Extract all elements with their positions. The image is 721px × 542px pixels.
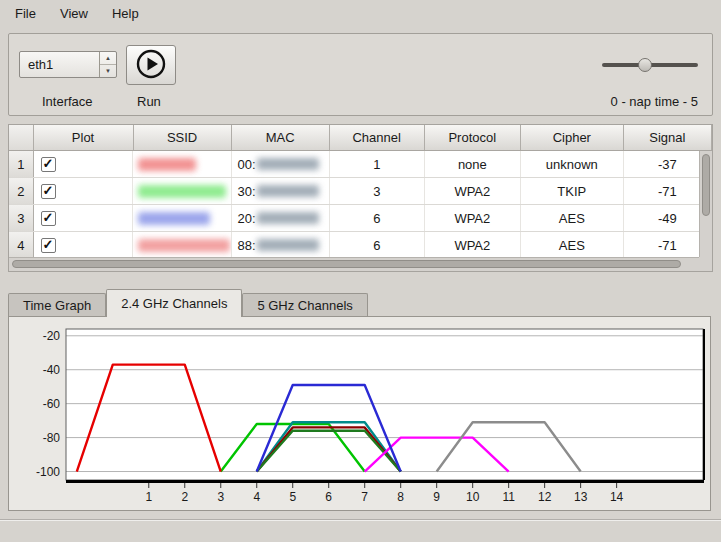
nap-time-slider[interactable]	[602, 56, 698, 74]
svg-text:10: 10	[466, 490, 480, 504]
table-header-row: Plot SSID MAC Channel Protocol Cipher Si…	[9, 125, 712, 151]
svg-text:-40: -40	[43, 363, 61, 377]
svg-text:14: 14	[610, 490, 624, 504]
header-protocol[interactable]: Protocol	[425, 125, 521, 150]
ssid-cell	[133, 178, 231, 204]
table-row: 2 30: 3 WPA2 TKIP -71	[9, 178, 712, 205]
mac-redacted	[257, 239, 319, 251]
menu-view[interactable]: View	[49, 2, 99, 25]
row-number: 3	[9, 205, 34, 231]
mac-redacted	[257, 158, 319, 170]
mac-cell: 88:	[232, 232, 330, 258]
ssid-redacted	[138, 158, 196, 171]
svg-text:5: 5	[289, 490, 296, 504]
svg-text:-60: -60	[43, 397, 61, 411]
table-row: 1 00: 1 none unknown -37	[9, 151, 712, 178]
mac-prefix: 00:	[238, 157, 256, 172]
row-number: 4	[9, 232, 34, 258]
svg-text:-80: -80	[43, 431, 61, 445]
cipher-cell: TKIP	[521, 178, 624, 204]
svg-text:13: 13	[574, 490, 588, 504]
mac-prefix: 30:	[238, 184, 256, 199]
scrollbar-corner	[699, 257, 712, 271]
tab-5ghz-channels[interactable]: 5 GHz Channels	[242, 293, 367, 316]
vscroll-handle[interactable]	[702, 154, 710, 216]
plot-cell	[34, 178, 134, 204]
channel-cell: 6	[330, 205, 425, 231]
menubar: File View Help	[0, 0, 721, 26]
protocol-cell: none	[425, 151, 521, 177]
cipher-cell: AES	[521, 205, 624, 231]
spin-up-icon[interactable]: ▲	[100, 52, 116, 65]
play-icon	[135, 48, 167, 83]
table-vertical-scrollbar[interactable]	[699, 151, 712, 259]
svg-text:11: 11	[502, 490, 515, 504]
spin-down-icon[interactable]: ▼	[100, 65, 116, 77]
status-separator	[0, 519, 721, 521]
svg-text:7: 7	[361, 490, 368, 504]
interface-spinner[interactable]: ▲ ▼	[99, 52, 116, 77]
svg-text:8: 8	[397, 490, 404, 504]
cipher-cell: unknown	[521, 151, 624, 177]
channel-cell: 3	[330, 178, 425, 204]
slider-handle[interactable]	[638, 58, 652, 72]
ssid-cell	[133, 205, 231, 231]
channel-cell: 6	[330, 232, 425, 258]
protocol-cell: WPA2	[425, 232, 521, 258]
ssid-cell	[133, 151, 231, 177]
menu-help[interactable]: Help	[101, 2, 150, 25]
run-button[interactable]	[126, 45, 176, 85]
channel-cell: 1	[330, 151, 425, 177]
header-ssid[interactable]: SSID	[134, 125, 232, 150]
toolbar-panel: eth1 ▲ ▼ Interface Run 0 - nap time - 5	[8, 33, 713, 116]
table-horizontal-scrollbar[interactable]	[9, 257, 699, 271]
channels-pane: -20-40-60-80-1001234567891011121314	[8, 316, 711, 511]
mac-cell: 20:	[232, 205, 330, 231]
protocol-cell: WPA2	[425, 205, 521, 231]
header-signal[interactable]: Signal	[624, 125, 712, 150]
plot-cell	[34, 232, 134, 258]
header-mac[interactable]: MAC	[232, 125, 330, 150]
interface-label: Interface	[42, 94, 93, 109]
graph-tabbar: Time Graph 2.4 GHz Channels 5 GHz Channe…	[8, 289, 368, 317]
hscroll-handle[interactable]	[12, 260, 681, 268]
plot-cell	[34, 205, 134, 231]
nap-time-label: 0 - nap time - 5	[611, 94, 698, 109]
tab-time-graph[interactable]: Time Graph	[8, 293, 106, 316]
run-label: Run	[137, 94, 161, 109]
cipher-cell: AES	[521, 232, 624, 258]
plot-cell	[34, 151, 134, 177]
svg-text:2: 2	[181, 490, 188, 504]
svg-text:9: 9	[433, 490, 440, 504]
row-number: 1	[9, 151, 34, 177]
header-cipher[interactable]: Cipher	[521, 125, 624, 150]
mac-redacted	[257, 185, 319, 197]
svg-text:-100: -100	[36, 465, 60, 479]
mac-prefix: 88:	[238, 238, 256, 253]
networks-table: Plot SSID MAC Channel Protocol Cipher Si…	[8, 124, 713, 272]
tab-24ghz-channels[interactable]: 2.4 GHz Channels	[106, 289, 242, 317]
channel-graph: -20-40-60-80-1001234567891011121314	[9, 317, 710, 510]
ssid-redacted	[138, 239, 230, 252]
interface-select-value: eth1	[20, 57, 99, 72]
plot-checkbox[interactable]	[41, 238, 56, 253]
svg-text:-20: -20	[43, 329, 61, 343]
plot-checkbox[interactable]	[41, 211, 56, 226]
mac-cell: 00:	[232, 151, 330, 177]
svg-text:4: 4	[253, 490, 260, 504]
table-row: 4 88: 6 WPA2 AES -71	[9, 232, 712, 259]
table-row: 3 20: 6 WPA2 AES -49	[9, 205, 712, 232]
header-channel[interactable]: Channel	[330, 125, 425, 150]
protocol-cell: WPA2	[425, 178, 521, 204]
ssid-redacted	[138, 212, 210, 225]
plot-checkbox[interactable]	[41, 184, 56, 199]
plot-checkbox[interactable]	[41, 157, 56, 172]
interface-select[interactable]: eth1 ▲ ▼	[19, 51, 117, 78]
ssid-redacted	[138, 185, 226, 198]
menu-file[interactable]: File	[4, 2, 47, 25]
ssid-cell	[133, 232, 231, 258]
mac-prefix: 20:	[238, 211, 256, 226]
header-plot[interactable]: Plot	[34, 125, 134, 150]
mac-redacted	[257, 212, 319, 224]
row-number: 2	[9, 178, 34, 204]
